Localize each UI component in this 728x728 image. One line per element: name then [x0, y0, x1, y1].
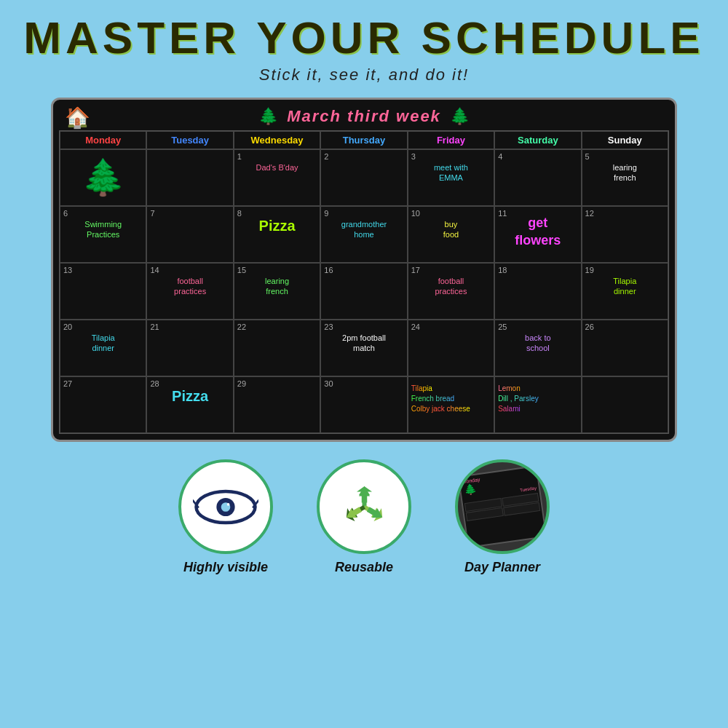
day-header-thursday: Thursday — [320, 131, 407, 149]
tree-left-icon: 🌲 — [258, 107, 278, 126]
feature-reusable: Reusable — [317, 459, 411, 575]
cell-w1-mon: 🌲 — [60, 149, 146, 206]
cell-w4-tue: 21 — [146, 320, 233, 376]
cell-w2-sat-content: getflowers — [498, 215, 577, 249]
cell-w4-thu-content: 2pm footballmatch — [324, 333, 403, 354]
cell-w5-tue: 28 Pizza — [146, 376, 233, 433]
big-tree-icon: 🌲 — [82, 160, 125, 195]
feature-planner-label: Day Planner — [464, 560, 540, 575]
cell-w3-sun: 19 Tilapiadinner — [582, 263, 668, 320]
cell-w2-sun: 12 — [582, 206, 668, 263]
cell-w1-wed: 1 Dad's B'day — [234, 149, 320, 206]
cell-w1-fri: 3 meet withEMMA — [408, 149, 494, 206]
cell-w2-mon-content: SwimmingPractices — [63, 219, 143, 240]
grocery-list-1: Tilapia French bread Colby jack cheese — [411, 384, 491, 414]
cell-w3-sat: 18 — [494, 263, 581, 320]
cell-w5-tue-content: Pizza — [150, 387, 229, 405]
cell-w1-sun: 5 learingfrench — [582, 149, 668, 206]
cell-w3-fri-content: footballpractices — [411, 276, 491, 297]
cell-w3-tue-content: footballpractices — [150, 276, 229, 297]
cell-w4-fri: 24 — [408, 320, 494, 376]
cell-w3-wed-content: learingfrench — [237, 276, 317, 297]
cal-title: March third week — [287, 107, 441, 126]
cell-w2-tue: 7 — [146, 206, 233, 263]
tree-right-icon: 🌲 — [450, 107, 470, 126]
cell-w5-wed: 29 — [234, 376, 320, 433]
feature-planner: Monday 🌲 Tuesday Day Planner — [455, 459, 550, 575]
feature-planner-circle: Monday 🌲 Tuesday — [455, 459, 550, 554]
house-icon: 🏠 — [65, 106, 90, 130]
cell-w3-tue: 14 footballpractices — [146, 263, 233, 320]
eye-icon — [193, 487, 258, 527]
cell-w4-thu: 23 2pm footballmatch — [320, 320, 407, 376]
day-header-sunday: Sunday — [582, 131, 668, 149]
cell-w1-tue — [146, 149, 233, 206]
cell-w5-fri: Tilapia French bread Colby jack cheese — [408, 376, 494, 433]
day-header-friday: Friday — [408, 131, 494, 149]
svg-point-3 — [227, 503, 230, 506]
feature-reusable-label: Reusable — [335, 560, 393, 575]
recycle-icon — [337, 480, 392, 534]
feature-reusable-circle — [317, 459, 411, 554]
cell-w3-thu: 16 — [320, 263, 407, 320]
cell-w1-sun-content: learingfrench — [585, 162, 665, 183]
bottom-features: Highly visible — [0, 446, 728, 575]
feature-visible-label: Highly visible — [183, 560, 268, 575]
cell-w4-wed: 22 — [234, 320, 320, 376]
cell-w2-fri: 10 buyfood — [408, 206, 494, 263]
cell-w1-thu: 2 — [320, 149, 407, 206]
cell-w4-sun: 26 — [582, 320, 668, 376]
cell-w2-mon: 6 SwimmingPractices — [60, 206, 146, 263]
cell-w1-fri-content: meet withEMMA — [411, 162, 491, 183]
cell-w4-sat: 25 back toschool — [494, 320, 581, 376]
day-planner-thumb: Monday 🌲 Tuesday — [458, 465, 547, 548]
cell-w2-thu-content: grandmotherhome — [324, 219, 403, 240]
calendar-board: 🏠 🌲 March third week 🌲 Monday Tuesday We… — [51, 98, 677, 442]
cell-w5-thu: 30 — [320, 376, 407, 433]
day-header-monday: Monday — [60, 131, 146, 149]
cell-w4-mon-content: Tilapiadinner — [63, 333, 143, 354]
cell-w3-wed: 15 learingfrench — [234, 263, 320, 320]
feature-visible: Highly visible — [178, 459, 273, 575]
cell-w3-fri: 17 footballpractices — [408, 263, 494, 320]
grocery-list-2: Lemon Dill , Parsley Salami — [498, 384, 577, 414]
day-header-saturday: Saturday — [494, 131, 581, 149]
cell-w2-sat: 11 getflowers — [494, 206, 581, 263]
cell-w5-sun — [582, 376, 668, 433]
calendar-header: 🏠 🌲 March third week 🌲 — [59, 107, 669, 126]
calendar-grid: Monday Tuesday Wednesday Thursday Friday… — [59, 130, 669, 434]
cell-w2-fri-content: buyfood — [411, 219, 491, 240]
cell-w2-wed-content: Pizza — [237, 216, 317, 235]
cell-w2-wed: 8 Pizza — [234, 206, 320, 263]
cell-w1-sat: 4 — [494, 149, 581, 206]
subtitle: Stick it, see it, and do it! — [7, 66, 721, 84]
top-section: MASTER YOUR SCHEDULE Stick it, see it, a… — [0, 0, 728, 92]
cell-w4-mon: 20 Tilapiadinner — [60, 320, 146, 376]
feature-visible-circle — [178, 459, 273, 554]
day-header-wednesday: Wednesday — [234, 131, 320, 149]
cell-w2-thu: 9 grandmotherhome — [320, 206, 407, 263]
cell-w5-sat: Lemon Dill , Parsley Salami — [494, 376, 581, 433]
cell-w3-sun-content: Tilapiadinner — [585, 276, 665, 297]
main-title: MASTER YOUR SCHEDULE — [7, 13, 721, 63]
cell-w4-sat-content: back toschool — [498, 333, 577, 354]
cell-w3-mon: 13 — [60, 263, 146, 320]
day-header-tuesday: Tuesday — [146, 131, 233, 149]
cell-w1-wed-content: Dad's B'day — [237, 162, 317, 173]
cell-w5-mon: 27 — [60, 376, 146, 433]
